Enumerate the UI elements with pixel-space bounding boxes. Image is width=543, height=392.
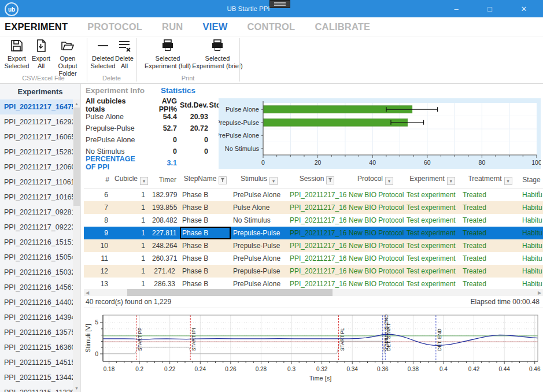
experiment-list-item[interactable]: PPI_20211216_150324: [0, 265, 73, 280]
export-document-icon: [29, 38, 53, 53]
close-button[interactable]: ✕: [514, 0, 534, 17]
svg-text:START PL: START PL: [339, 328, 345, 351]
stats-value: 0: [146, 136, 177, 144]
scroll-down-icon[interactable]: ▼: [73, 384, 80, 392]
experiment-list-item[interactable]: PPI_20211215_113205: [0, 385, 73, 392]
records-table: #Cubicle▾TimerStepNameStimulus▾SessionPr…: [84, 171, 543, 290]
print-brief-button[interactable]: Selected Experiment (brief): [189, 38, 246, 70]
table-row[interactable]: 121271.42Phase BPrepulse-PulsePPI_202112…: [84, 265, 543, 278]
table-row[interactable]: 61182.979Phase BPrePulse AlonePPI_202112…: [84, 188, 543, 202]
column-header-cubicle[interactable]: Cubicle▾: [113, 171, 150, 188]
column-header-stimulus[interactable]: Stimulus▾: [231, 171, 287, 188]
dropdown-icon[interactable]: ▾: [269, 177, 278, 185]
svg-text:20: 20: [315, 159, 322, 166]
column-header-timer[interactable]: Timer: [150, 171, 180, 188]
table-cell: New BIO Protocol wit: [346, 239, 404, 252]
table-scroll-down-icon[interactable]: ▼: [536, 282, 542, 288]
svg-text:DET. END: DET. END: [437, 328, 442, 351]
menu-calibrate[interactable]: CALIBRATE: [315, 21, 370, 32]
experiments-list: PPI_20211217_164755PPI_20211217_162929PP…: [0, 99, 73, 392]
table-cell: 9: [84, 227, 113, 239]
experiment-list-item[interactable]: PPI_20211217_162929: [0, 114, 73, 130]
filter-icon[interactable]: [219, 176, 227, 184]
column-header-treatmernt[interactable]: Treatmernt▾: [460, 171, 520, 188]
table-horizontal-scrollbar[interactable]: ◀ ▶: [84, 289, 543, 296]
svg-text:0.34: 0.34: [346, 366, 358, 372]
dropdown-icon[interactable]: ▾: [385, 177, 393, 185]
experiment-list-item[interactable]: PPI_20211216_145611: [0, 280, 73, 295]
scrollbar-thumb[interactable]: [73, 108, 80, 206]
export-all-button[interactable]: Export All: [29, 38, 53, 70]
table-cell: Test experiment: [404, 265, 460, 278]
sidebar-scrollbar[interactable]: ▲ ▼: [73, 99, 80, 392]
table-cell: New BIO Protocol wit: [346, 265, 404, 278]
column-header-session[interactable]: Session: [287, 171, 346, 188]
export-selected-button[interactable]: Export Selected: [3, 38, 30, 70]
minimize-button[interactable]: –: [446, 0, 466, 17]
stats-value: 20.72: [177, 124, 208, 132]
table-row[interactable]: 71193.855Phase BPulse AlonePPI_20211217_…: [84, 201, 543, 214]
dropdown-icon[interactable]: ▾: [504, 177, 512, 185]
menu-protocol[interactable]: PROTOCOL: [87, 21, 142, 32]
stats-label: No Stimulus: [86, 147, 146, 156]
experiment-list-item[interactable]: PPI_20211216_144023: [0, 295, 73, 310]
experiment-list-item[interactable]: PPI_20211217_152834: [0, 145, 73, 160]
column-header-experiment[interactable]: Experiment▾: [404, 171, 460, 188]
experiment-list-item[interactable]: PPI_20211216_150548: [0, 250, 73, 265]
toolbar: Export Selected Export All Open Output F…: [0, 36, 543, 84]
scroll-right-icon[interactable]: ▶: [536, 289, 543, 296]
menu-run[interactable]: RUN: [162, 21, 183, 32]
experiment-list-item[interactable]: PPI_20211217_092817: [0, 205, 73, 220]
menu-experiment[interactable]: EXPERIMENT: [5, 21, 68, 32]
table-cell: PPI_20211217_16475: [287, 201, 346, 214]
table-cell: 271.42: [150, 265, 180, 278]
filter-icon[interactable]: [326, 176, 334, 184]
table-cell: Prepulse-Pulse: [231, 227, 287, 239]
experiment-list-item[interactable]: PPI_20211216_151512: [0, 235, 73, 250]
experiment-list-item[interactable]: PPI_20211216_143941: [0, 310, 73, 325]
experiment-list-item[interactable]: PPI_20211217_164755: [0, 99, 73, 114]
column-header-num[interactable]: #: [84, 171, 113, 188]
table-cell: Treated: [460, 201, 520, 214]
column-header-protocol[interactable]: Protocol▾: [346, 171, 404, 188]
printer-icon: [189, 38, 246, 53]
experiment-list-item[interactable]: PPI_20211216_135754: [0, 325, 73, 340]
experiment-list-item[interactable]: PPI_20211217_092239: [0, 220, 73, 235]
experiment-list-item[interactable]: PPI_20211217_101651: [0, 190, 73, 205]
menu-control[interactable]: CONTROL: [247, 21, 295, 32]
column-header-stage[interactable]: Stage: [520, 171, 543, 188]
table-cell: Phase B: [180, 278, 231, 290]
svg-text:80: 80: [479, 159, 486, 166]
tab-experiment-info[interactable]: Experiment Info: [86, 86, 145, 95]
svg-text:0.42: 0.42: [468, 366, 480, 372]
table-row[interactable]: 101248.264Phase BPrepulse-PulsePPI_20211…: [84, 239, 543, 252]
scroll-up-icon[interactable]: ▲: [73, 99, 80, 108]
experiment-list-item[interactable]: PPI_20211215_145151: [0, 355, 73, 370]
table-cell: New BIO Protocol wit: [346, 227, 404, 239]
table-row[interactable]: 91227.811Phase BPrepulse-PulsePPI_202112…: [84, 227, 543, 239]
table-row[interactable]: 131286.33Phase BPrePulse AlonePPI_202112…: [84, 278, 543, 290]
dropdown-icon[interactable]: ▾: [140, 177, 148, 185]
delete-all-button[interactable]: Delete All: [113, 38, 135, 70]
tab-statistics[interactable]: Statistics: [161, 86, 195, 95]
maximize-button[interactable]: □: [480, 0, 500, 17]
scrollbar-thumb[interactable]: [127, 289, 333, 296]
print-full-button[interactable]: Selected Experiment (full): [140, 38, 195, 70]
table-scroll-up-icon[interactable]: ▲: [536, 188, 542, 194]
svg-text:0.24: 0.24: [195, 366, 206, 372]
experiment-list-item[interactable]: PPI_20211217_120606: [0, 160, 73, 175]
column-header-stepname[interactable]: StepName: [180, 171, 231, 188]
experiment-list-item[interactable]: PPI_20211215_163609: [0, 340, 73, 355]
experiment-list-item[interactable]: PPI_20211217_110612: [0, 175, 73, 190]
main-menu: EXPERIMENT PROTOCOL RUN VIEW CONTROL CAL…: [0, 17, 543, 36]
table-row[interactable]: 81208.482Phase BNo StimulusPPI_20211217_…: [84, 214, 543, 227]
table-cell: PPI_20211217_16475: [287, 278, 346, 290]
table-row[interactable]: 111260.371Phase BPrePulse AlonePPI_20211…: [84, 252, 543, 265]
dropdown-icon[interactable]: ▾: [447, 177, 455, 185]
experiment-list-item[interactable]: PPI_20211217_160657: [0, 130, 73, 145]
scroll-left-icon[interactable]: ◀: [84, 289, 91, 296]
deleted-selected-button[interactable]: Deleted Selected: [89, 38, 117, 70]
experiment-list-item[interactable]: PPI_20211215_134428: [0, 370, 73, 385]
menu-view[interactable]: VIEW: [202, 21, 227, 32]
open-output-folder-button[interactable]: Open Output Folder: [51, 38, 84, 77]
